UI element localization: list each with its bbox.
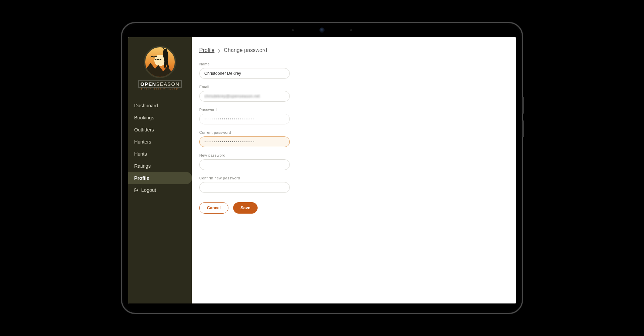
sidebar-item-hunters[interactable]: Hunters (128, 136, 192, 148)
brand-name: OPENSEASON (138, 81, 182, 87)
sidebar-item-label: Hunters (134, 139, 151, 145)
sidebar-item-bookings[interactable]: Bookings (128, 112, 192, 124)
field-name: Name (199, 62, 290, 79)
new-password-input[interactable] (199, 159, 290, 170)
name-input[interactable] (199, 68, 290, 79)
password-label: Password (199, 108, 290, 112)
sidebar-item-dashboard[interactable]: Dashboard (128, 100, 192, 112)
sensor-dot (350, 29, 352, 31)
sidebar-item-ratings[interactable]: Ratings (128, 160, 192, 172)
svg-marker-0 (145, 63, 175, 77)
sidebar-item-label: Dashboard (134, 103, 158, 108)
sidebar-item-outfitters[interactable]: Outfitters (128, 124, 192, 136)
sidebar-item-profile[interactable]: Profile (128, 172, 192, 184)
breadcrumb-parent-link[interactable]: Profile (199, 47, 214, 53)
sidebar-item-label: Ratings (134, 163, 151, 169)
breadcrumb-current: Change password (224, 47, 267, 53)
email-input[interactable] (199, 91, 290, 102)
save-button[interactable]: Save (233, 202, 258, 214)
cancel-button[interactable]: Cancel (199, 202, 228, 214)
tablet-bezel (122, 23, 522, 37)
confirm-password-input[interactable] (199, 182, 290, 193)
email-label: Email (199, 85, 290, 89)
brand-logo: OPENSEASON FIND IT · BOOK IT · HUNT IT (128, 43, 192, 100)
current-password-input[interactable] (199, 136, 290, 147)
form-actions: Cancel Save (199, 202, 506, 214)
field-current-password: Current password (199, 130, 290, 147)
sidebar-item-label: Hunts (134, 151, 147, 157)
main-content: Profile Change password Name Email Passw… (192, 37, 516, 303)
new-password-label: New password (199, 153, 290, 157)
field-email: Email (199, 85, 290, 102)
sidebar-item-label: Outfitters (134, 127, 154, 132)
tablet-frame: OPENSEASON FIND IT · BOOK IT · HUNT IT D… (121, 22, 523, 314)
brand-tagline: FIND IT · BOOK IT · HUNT IT (141, 88, 179, 90)
password-input[interactable] (199, 114, 290, 124)
mountains-icon (145, 61, 175, 77)
field-password: Password (199, 108, 290, 124)
brand-word-1: OPEN (141, 81, 156, 87)
chevron-right-icon (218, 48, 220, 52)
sensor-dot (292, 29, 294, 31)
front-camera (319, 27, 325, 33)
sidebar-item-logout[interactable]: Logout (128, 184, 192, 196)
sidebar-item-label: Logout (141, 187, 156, 193)
sidebar-item-label: Bookings (134, 115, 154, 120)
name-label: Name (199, 62, 290, 66)
field-new-password: New password (199, 153, 290, 170)
logout-icon (134, 188, 139, 192)
logo-badge (144, 46, 176, 78)
sidebar-nav: Dashboard Bookings Outfitters Hunters Hu… (128, 100, 192, 196)
app-screen: OPENSEASON FIND IT · BOOK IT · HUNT IT D… (128, 37, 516, 303)
brand-word-2: SEASON (156, 81, 179, 87)
sidebar: OPENSEASON FIND IT · BOOK IT · HUNT IT D… (128, 37, 192, 303)
current-password-label: Current password (199, 130, 290, 134)
sidebar-item-label: Profile (134, 175, 149, 181)
breadcrumb: Profile Change password (199, 47, 506, 53)
sidebar-item-hunts[interactable]: Hunts (128, 148, 192, 160)
field-confirm-password: Confirm new password (199, 176, 290, 193)
confirm-password-label: Confirm new password (199, 176, 290, 180)
